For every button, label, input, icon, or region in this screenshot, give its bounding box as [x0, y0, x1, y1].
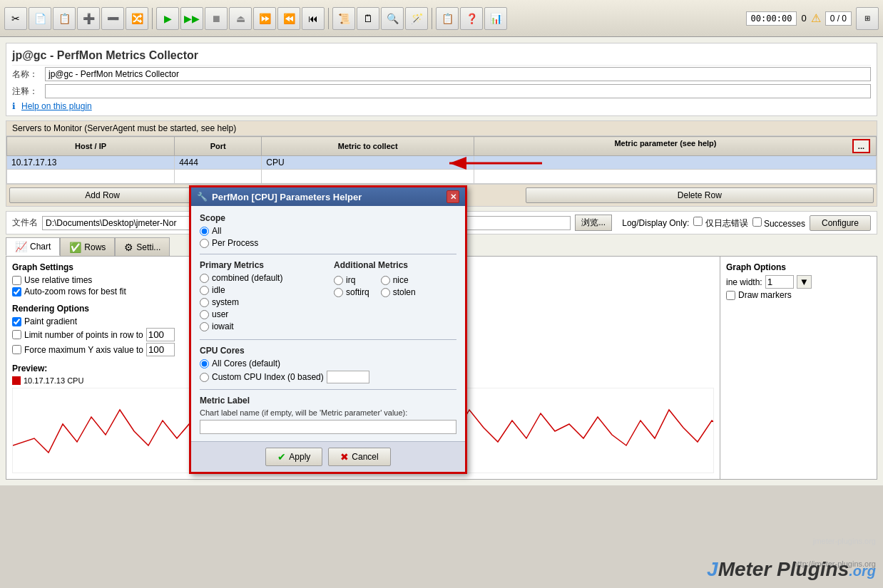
pm-system-label: system	[212, 297, 239, 307]
force-max-y-input[interactable]	[146, 343, 175, 356]
search-button[interactable]: 🔍	[381, 7, 404, 30]
am-stolen-radio[interactable]	[381, 288, 390, 297]
table-row[interactable]: 10.17.17.13 4444 CPU	[7, 156, 877, 170]
separator-1	[152, 8, 153, 29]
comment-input[interactable]	[45, 84, 871, 98]
ellipsis-button[interactable]: ...	[852, 139, 870, 153]
line-width-dropdown[interactable]: ▼	[797, 275, 812, 289]
cpu-all-radio[interactable]	[200, 359, 209, 368]
run-button[interactable]: ▶	[156, 7, 179, 30]
settings-icon: ⚙	[124, 242, 133, 253]
cell-host: 10.17.17.13	[7, 156, 175, 170]
limit-points-label: Limit number of points in row to	[24, 330, 143, 340]
limit-points-input[interactable]	[146, 328, 175, 341]
pm-user-radio[interactable]	[200, 310, 209, 319]
configure-button[interactable]: Configure	[810, 215, 871, 231]
tab-settings-label: Setti...	[136, 242, 160, 252]
tab-rows-label: Rows	[84, 242, 106, 252]
cpu-index-input[interactable]	[327, 371, 369, 383]
counter-display: 0 / 0	[825, 11, 852, 26]
metric-label-input[interactable]	[200, 420, 456, 434]
draw-markers-label: Draw markers	[738, 290, 792, 300]
draw-markers-checkbox[interactable]	[726, 291, 735, 300]
am-nice-radio[interactable]	[381, 276, 390, 285]
remove-button[interactable]: ➖	[101, 7, 124, 30]
brand-plugins: Plugins	[777, 558, 849, 580]
paste-button[interactable]: 📋	[53, 7, 76, 30]
apply-icon: ✔	[277, 451, 286, 463]
col-host: Host / IP	[7, 137, 175, 156]
stop-remote-now-button[interactable]: ⏮	[302, 7, 325, 30]
cut-button[interactable]: ✂	[4, 7, 27, 30]
am-softirq-radio[interactable]	[334, 288, 343, 297]
script-button[interactable]: 📜	[332, 7, 355, 30]
info-icon: ℹ	[12, 101, 16, 111]
force-max-y-checkbox[interactable]	[12, 345, 21, 354]
browse-button[interactable]: 浏览...	[575, 215, 612, 231]
successes-checkbox[interactable]	[752, 217, 762, 227]
run-remote-button[interactable]: ⏩	[253, 7, 276, 30]
comment-label: 注释：	[12, 86, 41, 98]
pm-system-row: system	[200, 297, 322, 307]
graph-options-title: Graph Options	[726, 262, 871, 272]
divider-2	[200, 339, 456, 340]
pm-idle-radio[interactable]	[200, 286, 209, 295]
pm-combined-radio[interactable]	[200, 274, 209, 283]
pm-system-radio[interactable]	[200, 298, 209, 307]
copy-button[interactable]: 📄	[29, 7, 51, 30]
template-button[interactable]: 🗒	[357, 7, 379, 30]
legend-color-box	[12, 376, 21, 385]
paint-gradient-checkbox[interactable]	[12, 317, 21, 326]
cancel-button[interactable]: ✖ Cancel	[328, 448, 390, 466]
run-no-pause-button[interactable]: ▶▶	[180, 7, 203, 30]
cpu-custom-radio[interactable]	[200, 373, 209, 382]
stop-remote-button[interactable]: ⏪	[277, 7, 300, 30]
scope-perprocess-label: Per Process	[212, 238, 258, 248]
log-errors-checkbox[interactable]	[693, 217, 703, 226]
pm-combined-row: combined (default)	[200, 273, 322, 283]
successes-text: Successes	[764, 219, 805, 229]
am-softirq-row: softirq	[334, 287, 369, 297]
metrics-columns: Primary Metrics combined (default) idle …	[200, 260, 456, 334]
stop-now-button[interactable]: ⏏	[229, 7, 252, 30]
tab-rows[interactable]: ✅ Rows	[60, 237, 115, 256]
pm-user-row: user	[200, 309, 322, 319]
modal-close-button[interactable]: ✕	[446, 190, 459, 203]
scope-title: Scope	[200, 213, 456, 223]
tab-chart[interactable]: 📈 Chart	[6, 237, 60, 256]
tab-settings[interactable]: ⚙ Setti...	[115, 237, 170, 256]
cpu-all-label: All Cores (default)	[212, 359, 280, 368]
apply-button[interactable]: ✔ Apply	[265, 448, 322, 466]
add-button[interactable]: ➕	[77, 7, 100, 30]
additional-metrics-title: Additional Metrics	[334, 260, 456, 270]
log-display-label: Log/Display Only:	[622, 218, 689, 228]
am-irq-radio[interactable]	[334, 276, 343, 285]
line-width-input[interactable]	[765, 275, 794, 289]
pm-iowait-label: iowait	[212, 321, 234, 331]
duplicate-button[interactable]: 🔀	[126, 7, 148, 30]
limit-points-checkbox[interactable]	[12, 330, 21, 339]
stop-button[interactable]: ⏹	[205, 7, 228, 30]
wand-button[interactable]: 🪄	[405, 7, 428, 30]
help-button[interactable]: ❓	[460, 7, 483, 30]
relative-times-checkbox[interactable]	[12, 276, 21, 285]
cpu-all-row: All Cores (default)	[200, 359, 456, 368]
add-row-button[interactable]: Add Row	[9, 187, 195, 203]
name-input[interactable]	[45, 67, 871, 81]
help-link[interactable]: Help on this plugin	[21, 101, 92, 111]
modal-title: PerfMon [CPU] Parameters Helper	[212, 192, 362, 202]
scope-all-radio[interactable]	[200, 227, 209, 236]
auto-zoom-checkbox[interactable]	[12, 287, 21, 296]
pm-iowait-radio[interactable]	[200, 322, 209, 331]
line-width-row: ine width: ▼	[726, 275, 871, 289]
delete-row-button[interactable]: Delete Row	[526, 187, 874, 203]
list-button[interactable]: 📋	[436, 7, 459, 30]
expand-button[interactable]: ⊞	[856, 7, 879, 30]
report-button[interactable]: 📊	[484, 7, 507, 30]
warning-icon: ⚠	[811, 11, 821, 25]
scope-perprocess-radio[interactable]	[200, 239, 209, 248]
metric-label-title: Metric Label	[200, 396, 456, 406]
brand-logo: JMeter Plugins.org	[707, 558, 876, 581]
log-errors-text: 仅日志错误	[705, 218, 748, 228]
cancel-icon: ✖	[340, 451, 349, 463]
